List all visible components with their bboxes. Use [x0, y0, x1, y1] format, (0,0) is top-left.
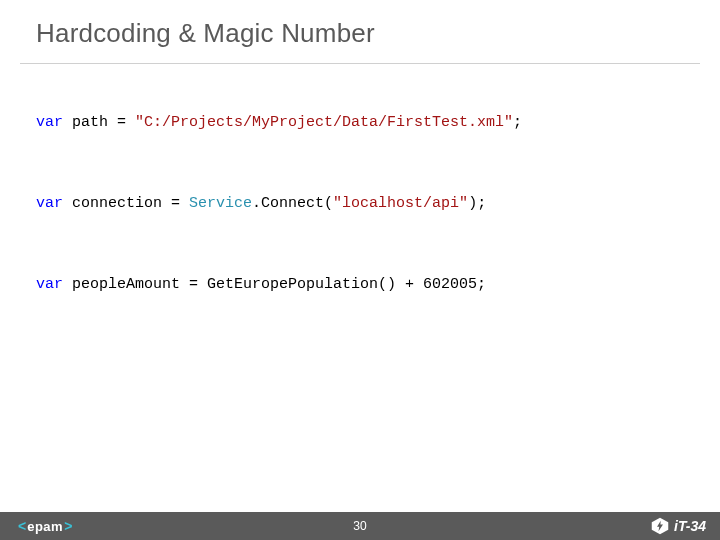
code-line-3: var peopleAmount = GetEuropePopulation()… [36, 274, 684, 295]
method-call: .Connect( [252, 195, 333, 212]
slide: Hardcoding & Magic Number var path = "C:… [0, 0, 720, 540]
operator: = [171, 195, 189, 212]
page-title: Hardcoding & Magic Number [36, 18, 684, 49]
semicolon: ; [477, 276, 486, 293]
semicolon: ; [513, 114, 522, 131]
code-line-2: var connection = Service.Connect("localh… [36, 193, 684, 214]
keyword-var: var [36, 195, 63, 212]
close-paren: ); [468, 195, 486, 212]
operator: = [117, 114, 135, 131]
identifier: path [63, 114, 117, 131]
slide-content: var path = "C:/Projects/MyProject/Data/F… [0, 64, 720, 540]
identifier: peopleAmount [63, 276, 189, 293]
string-literal: "localhost/api" [333, 195, 468, 212]
event-label: iT-34 [674, 518, 706, 534]
keyword-var: var [36, 114, 63, 131]
footer-event: iT-34 [651, 517, 706, 535]
keyword-var: var [36, 276, 63, 293]
bolt-icon [651, 517, 669, 535]
slide-header: Hardcoding & Magic Number [0, 0, 720, 63]
expression: = GetEuropePopulation() + [189, 276, 423, 293]
code-line-1: var path = "C:/Projects/MyProject/Data/F… [36, 112, 684, 133]
number-literal: 602005 [423, 276, 477, 293]
type-name: Service [189, 195, 252, 212]
slide-footer: < epam > 30 iT-34 [0, 512, 720, 540]
identifier: connection [63, 195, 171, 212]
string-literal: "C:/Projects/MyProject/Data/FirstTest.xm… [135, 114, 513, 131]
page-number: 30 [0, 519, 720, 533]
